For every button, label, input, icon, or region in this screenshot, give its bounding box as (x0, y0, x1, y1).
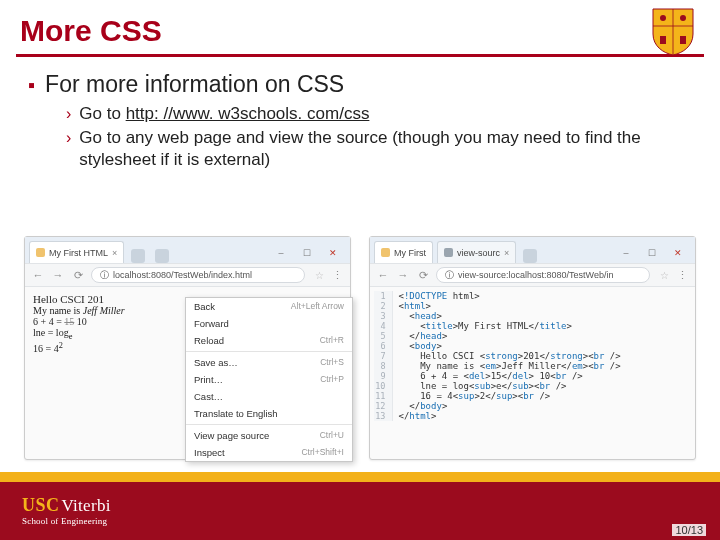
context-menu-item[interactable]: BackAlt+Left Arrow (186, 298, 352, 315)
context-menu-item[interactable]: View page sourceCtrl+U (186, 427, 352, 444)
menu-icon[interactable]: ⋮ (330, 268, 344, 282)
bullet-icon: › (66, 103, 71, 125)
menu-icon[interactable]: ⋮ (675, 268, 689, 282)
page-number: 10/13 (672, 524, 706, 536)
source-line: 8 My name is <em>Jeff Miller</em><br /> (374, 361, 621, 371)
close-button[interactable]: ✕ (665, 243, 691, 263)
logo-viterbi: Viterbi (62, 497, 111, 514)
source-line: 10 lne = log<sub>e</sub><br /> (374, 381, 621, 391)
logo-usc: USC (22, 496, 60, 514)
usc-viterbi-logo: USC Viterbi School of Engineering (22, 496, 111, 526)
source-line: 2<html> (374, 301, 621, 311)
favicon-icon (36, 248, 45, 257)
footer-bar: USC Viterbi School of Engineering (0, 482, 720, 540)
context-menu-item[interactable]: ReloadCtrl+R (186, 332, 352, 349)
tab-bar: My First HTML × – ☐ ✕ (25, 237, 350, 263)
bookmark-icon[interactable]: ☆ (315, 270, 324, 281)
gold-bar (0, 472, 720, 482)
favicon-icon (381, 248, 390, 257)
tab-title: view-sourc (457, 248, 500, 258)
close-icon[interactable]: × (504, 248, 509, 258)
source-line: 5 </head> (374, 331, 621, 341)
bullet-lvl2-text: Go to http: //www. w3schools. com/css (79, 103, 369, 125)
bullet-lvl2-a: › Go to http: //www. w3schools. com/css (66, 103, 692, 125)
back-icon[interactable]: ← (376, 268, 390, 282)
context-menu-item[interactable]: Forward (186, 315, 352, 332)
bullet-lvl2-text: Go to any web page and view the source (… (79, 127, 679, 171)
svg-point-0 (660, 15, 666, 21)
tab-title: My First HTML (49, 248, 108, 258)
source-line: 12 </body> (374, 401, 621, 411)
tab-view-source[interactable]: view-sourc × (437, 241, 516, 263)
tab-my-first[interactable]: My First (374, 241, 433, 263)
reload-icon[interactable]: ⟳ (71, 268, 85, 282)
minimize-button[interactable]: – (268, 243, 294, 263)
bullet-icon: › (66, 127, 71, 149)
bullet-lvl1-text: For more information on CSS (45, 71, 344, 98)
content-area: ▪ For more information on CSS › Go to ht… (0, 65, 720, 171)
tab-my-first-html[interactable]: My First HTML × (29, 241, 124, 263)
reload-icon[interactable]: ⟳ (416, 268, 430, 282)
w3schools-link[interactable]: http: //www. w3schools. com/css (126, 104, 370, 123)
title-rule (16, 54, 704, 57)
forward-icon[interactable]: → (396, 268, 410, 282)
source-line: 4 <title>My First HTML</title> (374, 321, 621, 331)
logo-school: School of Engineering (22, 517, 111, 526)
slide: More CSS ▪ For more information on CSS ›… (0, 0, 720, 540)
forward-icon[interactable]: → (51, 268, 65, 282)
url-text: view-source:localhost:8080/TestWeb/in (458, 270, 613, 280)
bullet-lvl2-b: › Go to any web page and view the source… (66, 127, 692, 171)
tab-title: My First (394, 248, 426, 258)
screenshots-row: My First HTML × – ☐ ✕ ← → ⟳ ⓘlocalhost:8… (24, 236, 696, 460)
tab-bar: My First view-sourc × – ☐ ✕ (370, 237, 695, 263)
url-text: localhost:8080/TestWeb/index.html (113, 270, 252, 280)
favicon-icon (444, 248, 453, 257)
context-menu-item[interactable]: Translate to English (186, 405, 352, 422)
maximize-button[interactable]: ☐ (294, 243, 320, 263)
browser-rendered: My First HTML × – ☐ ✕ ← → ⟳ ⓘlocalhost:8… (24, 236, 351, 460)
text: Go to (79, 104, 125, 123)
close-icon[interactable]: × (112, 248, 117, 258)
source-line: 9 6 + 4 = <del>15</del> 10<br /> (374, 371, 621, 381)
source-lines: 1<!DOCTYPE html>2<html>3 <head>4 <title>… (374, 291, 621, 421)
address-bar: ← → ⟳ ⓘview-source:localhost:8080/TestWe… (370, 263, 695, 287)
context-menu: BackAlt+Left ArrowForwardReloadCtrl+RSav… (185, 297, 353, 462)
window-controls: – ☐ ✕ (268, 243, 346, 263)
minimize-button[interactable]: – (613, 243, 639, 263)
context-menu-item[interactable]: Print…Ctrl+P (186, 371, 352, 388)
close-button[interactable]: ✕ (320, 243, 346, 263)
address-bar: ← → ⟳ ⓘlocalhost:8080/TestWeb/index.html… (25, 263, 350, 287)
source-line: 3 <head> (374, 311, 621, 321)
source-line: 6 <body> (374, 341, 621, 351)
back-icon[interactable]: ← (31, 268, 45, 282)
new-tab-icon[interactable] (131, 249, 145, 263)
context-menu-item[interactable]: Save as…Ctrl+S (186, 354, 352, 371)
svg-point-1 (680, 15, 686, 21)
maximize-button[interactable]: ☐ (639, 243, 665, 263)
bullet-lvl1: ▪ For more information on CSS (28, 71, 692, 99)
bookmark-icon[interactable]: ☆ (660, 270, 669, 281)
source-view: 1<!DOCTYPE html>2<html>3 <head>4 <title>… (370, 287, 695, 425)
source-line: 11 16 = 4<sup>2</sup><br /> (374, 391, 621, 401)
source-line: 1<!DOCTYPE html> (374, 291, 621, 301)
source-line: 13</html> (374, 411, 621, 421)
svg-rect-3 (680, 36, 686, 44)
context-menu-item[interactable]: InspectCtrl+Shift+I (186, 444, 352, 461)
url-field[interactable]: ⓘview-source:localhost:8080/TestWeb/in (436, 267, 650, 283)
bullet-icon: ▪ (28, 71, 35, 99)
browser-view-source: My First view-sourc × – ☐ ✕ ← → ⟳ (369, 236, 696, 460)
slide-title: More CSS (0, 0, 720, 54)
user-icon[interactable] (155, 249, 169, 263)
url-field[interactable]: ⓘlocalhost:8080/TestWeb/index.html (91, 267, 305, 283)
usc-shield-icon (650, 6, 696, 56)
source-line: 7 Hello CSCI <strong>201</strong><br /> (374, 351, 621, 361)
window-controls: – ☐ ✕ (613, 243, 691, 263)
user-icon[interactable] (523, 249, 537, 263)
svg-rect-2 (660, 36, 666, 44)
context-menu-item[interactable]: Cast… (186, 388, 352, 405)
